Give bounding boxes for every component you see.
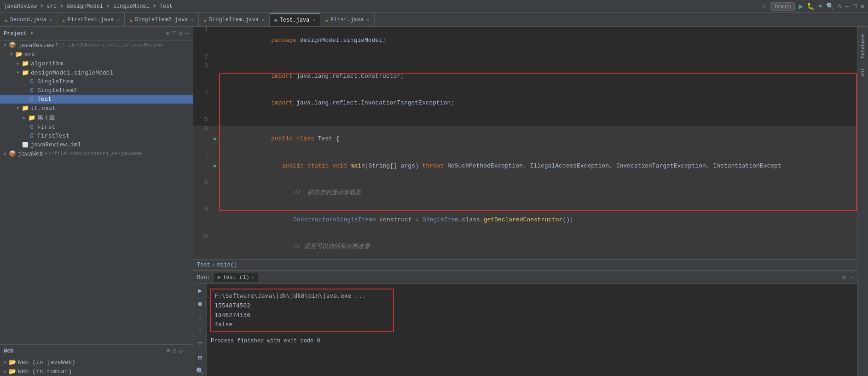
folder-icon: 📁 — [21, 60, 29, 67]
folder-icon: 📂 — [8, 368, 17, 375]
code-editor[interactable]: 1 package designModel.singleModel; 2 — [193, 27, 857, 259]
tree-item-web-tomcat[interactable]: ▶ 📂 Web (in tomcat) — [0, 367, 193, 376]
run-scroll-up[interactable]: ↑ — [195, 326, 206, 336]
close-icon[interactable]: ✕ — [861, 2, 864, 10]
gutter — [212, 116, 219, 126]
tree-item-first[interactable]: C First — [0, 123, 193, 132]
folder-icon: 📁 — [21, 104, 29, 112]
line-content[interactable] — [219, 116, 857, 126]
tab-label: SingleItem.java — [209, 17, 259, 23]
settings-icon[interactable]: ⚙ — [179, 29, 182, 37]
run-gutter-arrow[interactable]: ▶ — [212, 126, 219, 153]
folder-icon: 📁 — [28, 114, 36, 121]
hide-icon[interactable]: — — [185, 29, 189, 37]
run-tool-1[interactable]: ≡ — [195, 340, 206, 349]
web-tool-1[interactable]: ≡ — [167, 347, 170, 355]
tab-close-icon[interactable]: ✕ — [312, 17, 315, 23]
tree-item-src[interactable]: ▼ 📂 src — [0, 50, 193, 59]
tab-close-icon[interactable]: ✕ — [367, 17, 370, 23]
run-panel: Run: ▶ Test (1) ✕ ⚙ — ▶ ■ ↓ ↑ — [193, 270, 857, 376]
tree-item-algorithm[interactable]: ▶ 📁 algorithm — [0, 59, 193, 68]
line-content[interactable]: package designModel.singleModel; — [219, 27, 857, 54]
tree-item-label: FirstTest — [37, 133, 69, 139]
tree-item-web-javaweb[interactable]: ▶ 📂 Web (in javaWeb) — [0, 358, 193, 367]
line-content[interactable]: import java.lang.reflect.Constructor; — [219, 63, 857, 90]
line-content[interactable]: // 设置可以访问私有构造器 — [219, 233, 857, 260]
line-content[interactable]: public class Test { — [219, 126, 857, 153]
code-line-2: 2 — [193, 54, 857, 63]
tab-close-icon[interactable]: ✕ — [262, 17, 265, 23]
tab-singleitem2[interactable]: ☕ SingleItem2.java ✕ — [125, 13, 199, 26]
gutter — [212, 179, 219, 207]
web-settings-icon[interactable]: ⚙ — [179, 347, 183, 355]
run-tool-2[interactable]: ⊞ — [195, 353, 206, 363]
tree-item-chapter10[interactable]: ▶ 📁 第十章 — [0, 113, 193, 123]
run-tool-3[interactable]: 🔍 — [195, 366, 206, 376]
tree-item-label: Test — [37, 96, 52, 103]
run-settings-icon[interactable]: ⚙ — [842, 274, 846, 281]
debug-icon[interactable]: 🐛 — [807, 2, 815, 10]
run-output-area: F:\Software\Java\jdk\jdk8\bin\java.exe .… — [207, 284, 857, 376]
java-icon: ☕ — [62, 17, 65, 23]
tree-item-javaReview[interactable]: ▼ 📦 javaReview F:\file\Idea\project1_se\… — [0, 40, 193, 50]
line-content[interactable]: // 获得类的显示加载器 — [219, 179, 857, 207]
line-content[interactable]: import java.lang.reflect.InvocationTarge… — [219, 90, 857, 117]
line-content[interactable]: public static void main(String[] args) t… — [219, 152, 857, 179]
run-icon[interactable]: ▶ — [799, 2, 803, 11]
run-stop-button[interactable]: ■ — [195, 299, 206, 309]
tab-first[interactable]: ☕ First.java ✕ — [320, 13, 375, 26]
tree-item-singleitem2[interactable]: C SingleItem2 — [0, 86, 193, 95]
code-line-8: 8 // 获得类的显示加载器 — [193, 179, 857, 207]
tab-second[interactable]: ☕ Second.java ✕ — [0, 13, 58, 26]
line-content[interactable]: Constructor<SingleItem> construct = Sing… — [219, 206, 857, 233]
line-content[interactable] — [219, 54, 857, 63]
web-section-label: Web — [4, 348, 14, 354]
tab-close-icon[interactable]: ✕ — [50, 17, 52, 23]
tree-item-singleitem[interactable]: C SingleItem — [0, 77, 193, 86]
tab-label: FirstTest.java — [68, 17, 114, 23]
ant-tab[interactable]: Ant — [859, 64, 867, 81]
iml-icon: ⬜ — [21, 142, 29, 148]
tree-item-iml[interactable]: ⬜ javaReview.iml — [0, 140, 193, 149]
locate-icon[interactable]: ⊕ — [165, 29, 169, 37]
search-icon[interactable]: 🔍 — [826, 2, 834, 10]
run-config-button[interactable]: Test (1) — [770, 2, 795, 11]
main-area: Project ▾ ⊕ ≡ ⚙ — ▼ 📦 javaReview F:\file… — [0, 27, 868, 376]
tree-item-label: First — [37, 124, 55, 131]
run-minimize-icon[interactable]: — — [850, 274, 853, 281]
tab-test[interactable]: ◉ Test.java ✕ — [270, 13, 320, 26]
database-tab[interactable]: Database — [859, 30, 867, 62]
tree-item-label: src — [24, 51, 35, 58]
gutter — [212, 54, 219, 63]
run-gutter-arrow[interactable]: ▶ — [212, 152, 219, 179]
run-play-button[interactable]: ▶ — [195, 286, 206, 295]
run-tab-test[interactable]: ▶ Test (1) ✕ — [214, 273, 258, 282]
minimize-icon[interactable]: — — [845, 2, 850, 11]
java-class-icon: C — [28, 124, 36, 131]
tab-firsttest[interactable]: ☕ FirstTest.java ✕ — [58, 13, 125, 26]
expand-arrow: ▶ — [15, 61, 21, 66]
tree-item-test[interactable]: C Test — [0, 95, 193, 104]
web-tool-2[interactable]: ⊟ — [173, 347, 177, 355]
run-tab-close-icon[interactable]: ✕ — [251, 275, 254, 280]
java-icon: ☕ — [5, 17, 8, 23]
tab-close-icon[interactable]: ✕ — [117, 17, 120, 23]
maximize-icon[interactable]: □ — [853, 3, 856, 10]
collapse-all-icon[interactable]: ≡ — [172, 29, 176, 37]
tree-item-firsttest[interactable]: C FirstTest — [0, 132, 193, 140]
folder-icon: 📁 — [21, 69, 29, 76]
coverage-icon[interactable]: ☂ — [818, 2, 822, 10]
tab-label: Test.java — [280, 17, 310, 23]
tab-singleitem[interactable]: ☕ SingleItem.java ✕ — [199, 13, 270, 26]
expand-arrow: ▶ — [21, 115, 28, 121]
tree-item-javaWeb[interactable]: ▶ 📦 javaWeb F:\file\Idea\project1_se\jav… — [0, 149, 193, 158]
code-line-6: 6 ▶ public class Test { — [193, 126, 857, 153]
tree-item-designModel[interactable]: ▼ 📁 designModel.singleModel — [0, 68, 193, 77]
vcs-icon[interactable]: ⑃ — [838, 3, 841, 10]
web-hide-icon[interactable]: — — [185, 347, 189, 355]
run-scroll-down[interactable]: ↓ — [195, 312, 206, 322]
run-process-text: Process finished with exit code 0 — [207, 335, 857, 347]
tree-item-itcast[interactable]: ▼ 📁 it.cast — [0, 104, 193, 113]
gutter — [212, 27, 219, 54]
tab-close-icon[interactable]: ✕ — [191, 17, 194, 23]
